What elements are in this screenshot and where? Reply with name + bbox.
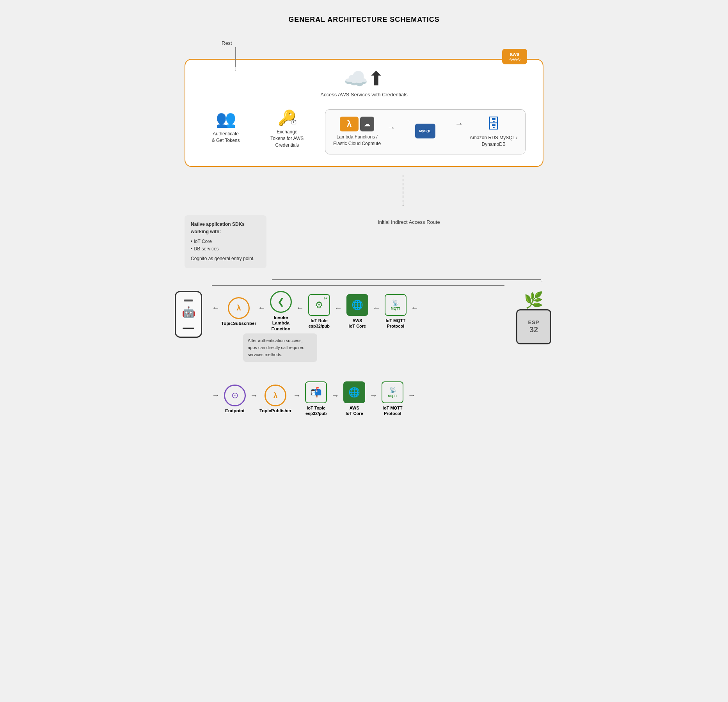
lambda-service: λ ☁ Lambda Functions /Elastic Cloud Copm…: [333, 117, 381, 147]
cloud-icon: ☁️⬆: [344, 67, 384, 90]
aws-iot-core-2-node: 🌐 AWSIoT Core: [341, 381, 368, 417]
iot-topic-label: IoT Topicesp32/pub: [305, 405, 327, 417]
rds-service: 🗄 Amazon RDS MySQL /DynamoDB: [470, 116, 517, 148]
endpoint-node: ⊙ Endpoint: [221, 385, 249, 413]
arrow-p4: →: [331, 391, 339, 400]
lambda-flame-icon: λ: [340, 117, 359, 131]
arrow-5: ←: [373, 303, 380, 312]
iot-rule-label: IoT Ruleesp32/pub: [309, 318, 330, 329]
aws-iot-core-1-label: AWSIoT Core: [349, 318, 366, 329]
topic-subscriber-icon: λ: [228, 297, 250, 319]
aws-logo: aws ∿∿∿∿: [502, 49, 527, 64]
iot-mqtt-1-node: 📡 MQTT IoT MQTTProtocol: [382, 294, 409, 329]
auth-info-box: After authentication success, apps can d…: [243, 333, 317, 362]
mysql-icon: MySQL: [415, 124, 435, 138]
iot-mqtt-1-label: IoT MQTTProtocol: [386, 318, 406, 329]
iot-mqtt-1-icon: 📡 MQTT: [385, 294, 407, 316]
cognito-label: Authenticate& Get Tokens: [212, 131, 240, 144]
sdk-title: Native application SDKs working with:: [191, 221, 260, 236]
iot-topic-icon: 📬: [305, 381, 327, 403]
cognito-icon: 👥: [216, 109, 236, 128]
page-title: GENERAL ARCHITECTURE SCHEMATICS: [288, 0, 440, 35]
arrow-4: ←: [334, 303, 342, 312]
esp32-plant: 🌿 ESP 32: [512, 291, 555, 344]
right-arrow-to-plant: →: [408, 391, 415, 400]
right-arrow-1: →: [212, 391, 220, 400]
topic-publisher-label: TopicPublisher: [259, 408, 291, 413]
exchange-service: 🔑⏱ ExchangeTokens for AWSCredentials: [264, 109, 311, 148]
rds-label: Amazon RDS MySQL /DynamoDB: [470, 135, 517, 148]
sdk-db: • DB services: [191, 245, 260, 253]
aws-iot-core-2-label: AWSIoT Core: [346, 405, 363, 417]
publish-flow-row: → ⊙ Endpoint → λ TopicPublisher → 📬 IoT …: [212, 381, 504, 417]
esp-label: ESP: [528, 319, 539, 325]
arrow-p2: →: [250, 391, 258, 400]
endpoint-label: Endpoint: [225, 408, 245, 413]
aws-iot-core-2-icon: 🌐: [343, 381, 365, 403]
exchange-label: ExchangeTokens for AWSCredentials: [270, 129, 304, 148]
sdk-footer: Cognito as general entry point.: [191, 255, 260, 262]
phone: 🤖: [173, 291, 204, 338]
endpoint-icon: ⊙: [224, 385, 246, 406]
esp-num: 32: [529, 325, 538, 334]
arrow-from-right-1: ←: [411, 303, 419, 312]
invoke-lambda-node: ❮ InvokeLambdaFunction: [267, 291, 295, 332]
mysql-icon-area: MySQL: [402, 124, 449, 140]
iot-mqtt-2-node: 📡 MQTT IoT MQTTProtocol: [379, 381, 406, 417]
arrow-p3: →: [293, 391, 301, 400]
sdk-box: Native application SDKs working with: • …: [185, 215, 266, 268]
topic-publisher-icon: λ: [265, 385, 286, 406]
arrow-2: ←: [258, 303, 266, 312]
invoke-lambda-icon: ❮: [270, 291, 292, 313]
aws-iot-core-1-node: 🌐 AWSIoT Core: [344, 294, 371, 329]
topic-subscriber-label: TopicSubscriber: [221, 321, 256, 326]
topic-publisher-node: λ TopicPublisher: [259, 385, 291, 413]
topic-subscriber-node: λ TopicSubscriber: [221, 297, 256, 326]
keys-icon: 🔑⏱: [278, 109, 296, 126]
lambda-cloud-icon: ☁: [360, 117, 374, 131]
indirect-label: Initial Indirect Access Route: [378, 219, 440, 225]
sdk-iot: • IoT Core: [191, 238, 260, 245]
invoke-lambda-label: InvokeLambdaFunction: [272, 315, 291, 332]
lambda-label: Lambda Functions /Elastic Cloud Copmute: [333, 134, 381, 147]
arrow-to-dynamo: →: [455, 119, 463, 129]
compute-box: λ ☁ Lambda Functions /Elastic Cloud Copm…: [325, 109, 526, 154]
arrow-p5: →: [369, 391, 377, 400]
cognito-service: 👥 Authenticate& Get Tokens: [202, 109, 249, 144]
subscribe-flow-row: ← λ TopicSubscriber ← ❮ InvokeLambdaFunc…: [212, 291, 504, 332]
arrow-3: ←: [296, 303, 304, 312]
iot-rule-icon: ⚙ ✂: [308, 294, 330, 316]
rest-label: Rest: [222, 40, 232, 46]
left-arrow-1: ←: [212, 303, 220, 312]
db-icon: 🗄: [487, 116, 501, 132]
access-label: Access AWS Services with Credentials: [320, 92, 407, 98]
iot-topic-node: 📬 IoT Topicesp32/pub: [302, 381, 330, 417]
iot-rule-node: ⚙ ✂ IoT Ruleesp32/pub: [305, 294, 333, 329]
arrow-to-rds: →: [387, 123, 396, 133]
iot-mqtt-2-icon: 📡 MQTT: [382, 381, 403, 403]
iot-mqtt-2-label: IoT MQTTProtocol: [383, 405, 403, 417]
aws-iot-core-1-icon: 🌐: [346, 294, 368, 316]
